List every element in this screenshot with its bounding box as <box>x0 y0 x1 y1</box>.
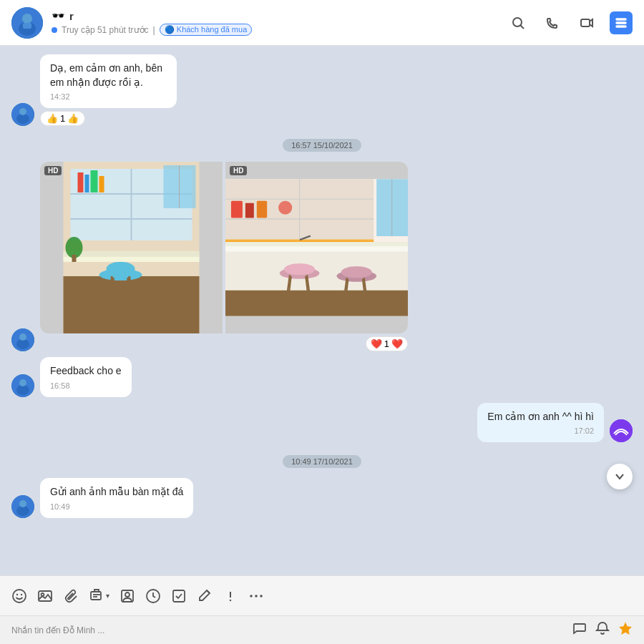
contact-name: 🕶️ r <box>52 9 498 22</box>
bottom-icons <box>572 621 633 639</box>
svg-rect-49 <box>225 239 374 242</box>
svg-rect-67 <box>225 291 408 316</box>
bubble-photo: Gửi anh ảnh mẫu bàn mặt đá 10:49 <box>40 478 193 518</box>
svg-rect-23 <box>85 175 89 192</box>
contact-avatar <box>11 7 43 39</box>
paperclip-button[interactable] <box>63 588 79 604</box>
msg-avatar-photo <box>11 495 34 518</box>
contact-button[interactable] <box>119 588 135 604</box>
message-row-thanks: Em cảm ơn anh ^^ hì hì 17:02 <box>11 403 633 443</box>
svg-rect-56 <box>284 264 315 275</box>
svg-point-4 <box>513 18 522 26</box>
svg-point-91 <box>250 595 253 597</box>
svg-rect-86 <box>173 590 185 602</box>
svg-point-74 <box>19 500 26 507</box>
msg-avatar-feedback <box>11 374 34 397</box>
thanks-time: 17:02 <box>487 426 594 435</box>
image-thumb-2: HD <box>225 162 408 333</box>
video-button[interactable] <box>575 11 598 34</box>
reaction-count-1: 1 <box>60 113 65 124</box>
bubble-feedback: Feedback cho e 16:58 <box>40 357 132 397</box>
header-actions <box>507 11 633 34</box>
divider-label-1: 16:57 15/10/2021 <box>283 139 361 152</box>
bottom-star-icon[interactable] <box>618 621 633 639</box>
thanks-text: Em cảm ơn anh ^^ hì hì <box>487 410 594 424</box>
customer-badge: 🔵 Khách hàng đã mua <box>160 24 253 36</box>
contact-status: Truy cập 51 phút trước | 🔵 Khách hàng đã… <box>52 24 498 36</box>
phone-button[interactable] <box>541 11 564 34</box>
image-button[interactable] <box>37 588 53 604</box>
status-text: Truy cập 51 phút trước <box>62 25 149 35</box>
screenshot-button[interactable]: ▾ <box>89 588 109 604</box>
glasses-icon: 🕶️ <box>52 9 65 22</box>
search-button[interactable] <box>507 11 530 34</box>
message-row-photo: Gửi anh ảnh mẫu bàn mặt đá 10:49 <box>11 478 633 518</box>
svg-point-15 <box>19 333 26 341</box>
svg-rect-53 <box>225 242 408 246</box>
hd-badge-1: HD <box>44 166 62 175</box>
svg-point-11 <box>16 114 29 124</box>
bubble-content-1: Dạ, em cảm ơn anh, bên em nhận được rồi … <box>40 54 177 108</box>
checklist-button[interactable] <box>171 588 187 604</box>
heart-count: 1 <box>384 338 389 349</box>
clock-button[interactable] <box>145 588 161 604</box>
svg-rect-46 <box>257 201 267 218</box>
thumbs-up-icon: 👍 <box>47 113 58 124</box>
feedback-time: 16:58 <box>50 381 122 390</box>
reaction-row-1: 👍 1 👍 <box>40 111 268 126</box>
time-divider-1: 16:57 15/10/2021 <box>11 139 633 152</box>
svg-point-77 <box>21 593 22 595</box>
thumbs-up-filled-icon: 👍 <box>67 113 79 124</box>
menu-button[interactable] <box>610 11 633 34</box>
avatar-image <box>11 7 43 39</box>
svg-rect-37 <box>72 255 77 262</box>
chat-header: 🕶️ r Truy cập 51 phút trước | 🔵 Khách hà… <box>0 0 644 46</box>
svg-point-93 <box>260 595 263 597</box>
svg-line-87 <box>207 590 210 593</box>
bubble-thanks: Em cảm ơn anh ^^ hì hì 17:02 <box>477 403 604 443</box>
svg-point-75 <box>13 590 26 602</box>
heart-reaction: ❤️ 1 ❤️ <box>366 336 408 351</box>
image-message: HD <box>40 162 408 351</box>
bottom-chat-icon[interactable] <box>572 621 587 639</box>
message-row-1: Dạ, em cảm ơn anh, bên em nhận được rồi … <box>11 54 633 126</box>
svg-rect-80 <box>91 592 101 600</box>
svg-rect-44 <box>231 201 243 218</box>
svg-rect-24 <box>91 170 98 192</box>
message-row-img: HD <box>11 162 633 351</box>
hd-badge-2: HD <box>230 166 247 175</box>
svg-rect-62 <box>341 266 372 278</box>
svg-line-5 <box>521 25 525 29</box>
msg-avatar-1 <box>11 103 34 126</box>
chat-wrapper: Dạ, em cảm ơn anh, bên em nhận được rồi … <box>0 46 644 575</box>
svg-point-73 <box>16 506 29 516</box>
svg-point-84 <box>125 592 130 597</box>
svg-point-47 <box>278 201 292 215</box>
svg-point-90 <box>230 599 231 600</box>
exclaim-button[interactable] <box>223 588 238 604</box>
emoji-button[interactable] <box>11 588 27 604</box>
status-dot <box>52 27 57 33</box>
svg-point-92 <box>255 595 258 597</box>
chat-area: Dạ, em cảm ơn anh, bên em nhận được rồi … <box>0 46 644 530</box>
screenshot-arrow: ▾ <box>106 592 109 600</box>
svg-rect-22 <box>78 172 84 192</box>
bottom-bell-icon[interactable] <box>595 621 610 639</box>
bubble-time-1: 14:32 <box>50 92 167 101</box>
divider-bar: | <box>153 25 155 35</box>
scroll-down-button[interactable] <box>607 464 633 489</box>
image-reactions: ❤️ 1 ❤️ <box>40 336 408 351</box>
svg-marker-94 <box>620 623 632 635</box>
time-divider-2: 10:49 17/10/2021 <box>11 455 633 468</box>
like-reaction-1: 👍 1 👍 <box>40 111 85 126</box>
svg-point-76 <box>16 593 18 595</box>
heart-icon: ❤️ <box>371 338 382 349</box>
svg-point-12 <box>19 108 26 115</box>
pen-button[interactable] <box>197 588 213 604</box>
svg-point-69 <box>16 385 29 395</box>
message-row-feedback: Feedback cho e 16:58 <box>11 357 633 397</box>
more-button[interactable] <box>248 588 264 604</box>
svg-point-14 <box>16 339 29 349</box>
svg-rect-31 <box>107 262 135 276</box>
heart-filled-icon: ❤️ <box>391 338 403 349</box>
